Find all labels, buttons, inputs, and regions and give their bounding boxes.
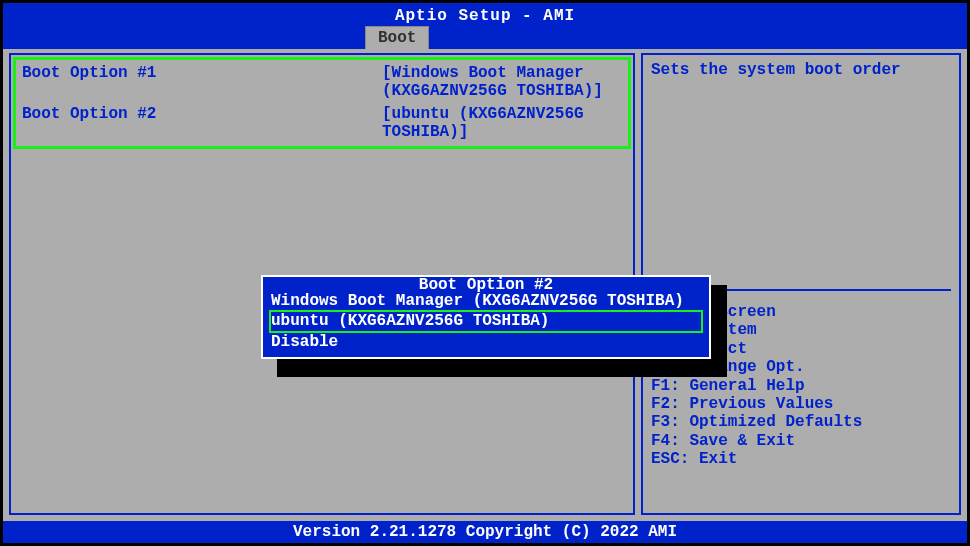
bios-frame: Aptio Setup - AMI Boot Boot Option #1 [W… xyxy=(0,0,970,546)
footer-bar: Version 2.21.1278 Copyright (C) 2022 AMI xyxy=(3,521,967,543)
popup-items: Windows Boot Manager (KXG6AZNV256G TOSHI… xyxy=(263,292,709,351)
boot-option-row[interactable]: Boot Option #2 [ubuntu (KXG6AZNV256G TOS… xyxy=(22,105,622,142)
bios-title: Aptio Setup - AMI xyxy=(3,3,967,25)
help-description: Sets the system boot order xyxy=(651,61,951,79)
help-line: ESC: Exit xyxy=(651,450,951,468)
help-line: F1: General Help xyxy=(651,377,951,395)
boot-option-value: [Windows Boot Manager (KXG6AZNV256G TOSH… xyxy=(382,64,622,101)
boot-option-popup: Boot Option #2 Windows Boot Manager (KXG… xyxy=(261,275,711,359)
popup-item-selected[interactable]: ubuntu (KXG6AZNV256G TOSHIBA) xyxy=(269,310,703,332)
boot-option-value: [ubuntu (KXG6AZNV256G TOSHIBA)] xyxy=(382,105,622,142)
tab-boot[interactable]: Boot xyxy=(365,26,429,49)
help-line: F2: Previous Values xyxy=(651,395,951,413)
body-area: Boot Option #1 [Windows Boot Manager (KX… xyxy=(3,49,967,519)
boot-option-label: Boot Option #2 xyxy=(22,105,382,142)
boot-option-row[interactable]: Boot Option #1 [Windows Boot Manager (KX… xyxy=(22,64,622,101)
help-line: F4: Save & Exit xyxy=(651,432,951,450)
top-bar: Aptio Setup - AMI Boot xyxy=(3,3,967,49)
popup-item[interactable]: Windows Boot Manager (KXG6AZNV256G TOSHI… xyxy=(269,292,703,310)
popup-item[interactable]: Disable xyxy=(269,333,703,351)
help-line: F3: Optimized Defaults xyxy=(651,413,951,431)
boot-option-label: Boot Option #1 xyxy=(22,64,382,101)
boot-options-box: Boot Option #1 [Windows Boot Manager (KX… xyxy=(13,57,631,149)
